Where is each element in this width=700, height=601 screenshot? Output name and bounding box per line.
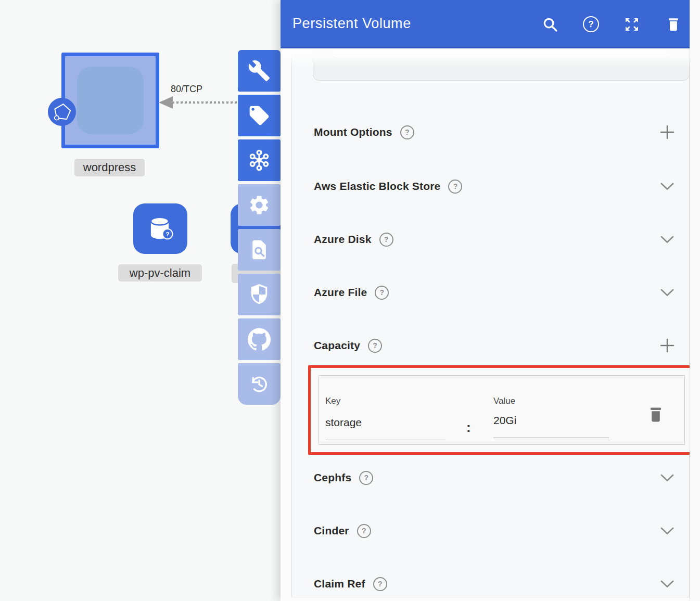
section-row-capacity: Capacity ? [314,337,675,354]
form-container: ReadWriteOnce Mount Options ? Aws Elas [291,48,690,597]
pod-badge-icon [48,98,76,126]
expand-claim-ref-chevron-down-icon[interactable] [659,576,675,592]
port-edge-label: 80/TCP [171,84,202,95]
expand-cinder-chevron-down-icon[interactable] [659,523,675,539]
header-scroll-fade [281,48,690,68]
expand-azure-disk-chevron-down-icon[interactable] [659,232,675,247]
section-row-mount-options: Mount Options ? [314,124,675,140]
capacity-entry-highlight: Key storage : Value 20Gi [308,365,690,455]
edge-arrowhead [159,96,173,109]
header-actions: ? [541,0,682,48]
section-row-cephfs: Cephfs ? [314,469,675,486]
github-icon[interactable] [238,318,281,360]
help-icon[interactable]: ? [448,180,462,194]
expand-azure-file-chevron-down-icon[interactable] [659,285,675,300]
svg-text:?: ? [166,230,169,237]
delete-capacity-entry-icon[interactable] [647,405,665,426]
trash-icon[interactable] [665,16,682,33]
section-row-aws-ebs: Aws Elastic Block Store ? [314,178,675,195]
section-title: Azure Disk [314,233,372,246]
history-icon[interactable] [238,363,281,405]
capacity-key-input[interactable]: storage [325,413,446,440]
section-row-claim-ref: Claim Ref ? [314,576,675,592]
section-title: Cephfs [314,471,351,484]
section-title: Capacity [314,339,360,352]
capacity-value-input[interactable]: 20Gi [493,411,609,438]
expand-fullscreen-icon[interactable] [623,16,641,33]
section-row-cinder: Cinder ? [314,522,675,539]
pvc-node[interactable]: ? [133,203,187,254]
capacity-entry-row: Key storage : Value 20Gi [319,375,685,445]
gear-icon[interactable] [238,184,281,226]
shield-icon[interactable] [238,274,281,315]
help-icon[interactable]: ? [379,233,393,247]
section-row-azure-file: Azure File ? [314,284,675,301]
help-icon[interactable]: ? [357,524,371,538]
wrench-icon[interactable] [238,50,281,92]
tag-icon[interactable] [238,95,281,136]
panel-header: Persistent Volume ? [281,0,690,48]
expand-aws-ebs-chevron-down-icon[interactable] [659,178,675,194]
capacity-key-value: storage [325,416,362,429]
key-value-separator: : [466,419,471,436]
section-title: Aws Elastic Block Store [314,180,440,193]
wordpress-node-label: wordpress [74,159,145,176]
search-icon[interactable] [541,16,559,33]
section-title: Azure File [314,286,367,299]
database-icon: ? [144,212,177,246]
expand-cephfs-chevron-down-icon[interactable] [659,470,675,485]
section-title: Claim Ref [314,578,365,590]
detail-panel: ReadWriteOnce Mount Options ? Aws Elas [281,0,690,601]
wordpress-pod-node[interactable] [61,53,159,148]
app-root: wordpress 80/TCP ? wp-pv-claim [0,0,700,601]
help-icon[interactable]: ? [375,286,389,300]
panel-title: Persistent Volume [292,16,411,32]
capacity-value-value: 20Gi [493,414,516,427]
section-row-azure-disk: Azure Disk ? [314,231,675,248]
value-label: Value [493,396,515,406]
help-icon[interactable]: ? [373,577,387,591]
pvc-node-label: wp-pv-claim [118,264,202,282]
section-title: Mount Options [314,126,392,138]
add-capacity-button[interactable] [659,338,675,353]
key-label: Key [325,396,340,406]
canvas-toolbar [238,50,281,408]
container-shape [77,67,144,134]
document-search-icon[interactable] [238,229,281,271]
section-title: Cinder [314,525,349,537]
panel-scroll-area: ReadWriteOnce Mount Options ? Aws Elas [281,48,690,601]
service-edge-dotted-line [172,101,238,104]
scrollbar-track[interactable] [690,0,700,601]
help-icon[interactable]: ? [368,339,382,353]
help-icon[interactable]: ? [583,16,599,32]
help-icon[interactable]: ? [400,125,414,139]
hub-icon[interactable] [238,139,281,181]
help-icon[interactable]: ? [359,471,373,485]
add-mount-option-button[interactable] [659,124,675,140]
